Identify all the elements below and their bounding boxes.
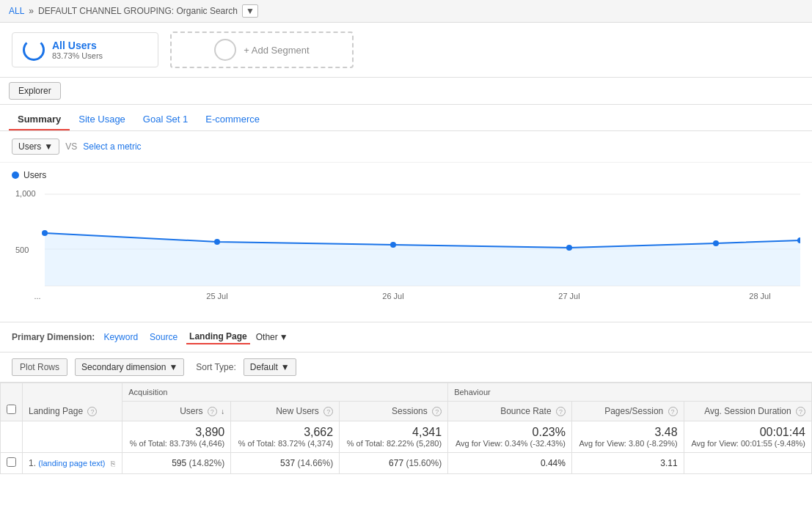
chart-container: 1,000 500 ... 25 Jul 26 Jul 27 Jul 28 Ju… [12, 183, 800, 300]
x-label-dots: ... [34, 292, 40, 300]
table-row: 1. (landing page text) ⎘ 595 (14.82%) 53… [1, 453, 812, 474]
total-checkbox-cell [1, 421, 23, 453]
new-users-help-icon[interactable]: ? [323, 407, 333, 416]
th-acquisition: Acquisition [122, 383, 448, 402]
metric-label: Users [18, 141, 41, 152]
th-sessions[interactable]: Sessions ? [340, 402, 448, 421]
dim-option-landing-page[interactable]: Landing Page [186, 330, 250, 344]
th-bounce-rate[interactable]: Bounce Rate ? [448, 402, 572, 421]
th-users[interactable]: Users ? ↓ [122, 402, 231, 421]
vs-label: VS [65, 141, 77, 152]
users-help-icon[interactable]: ? [208, 407, 217, 416]
data-table: Landing Page ? Acquisition Behaviour Use… [0, 383, 812, 474]
row-1-page: 1. (landing page text) ⎘ [23, 453, 122, 474]
tab-ecommerce[interactable]: E-commerce [197, 109, 268, 130]
row-1-bounce-rate: 0.44% [448, 453, 572, 474]
metric-dropdown-arrow: ▼ [44, 141, 53, 152]
dimension-label: Primary Dimension: [12, 332, 95, 342]
total-sessions: 4,341 % of Total: 82.22% (5,280) [340, 421, 448, 453]
y-label-500: 500 [15, 246, 29, 254]
select-all-checkbox[interactable] [7, 405, 16, 414]
plot-rows-button[interactable]: Plot Rows [12, 358, 67, 376]
avg-session-help-icon[interactable]: ? [796, 407, 805, 416]
row-1-page-link[interactable]: (landing page text) [38, 459, 105, 468]
sort-type-dropdown[interactable]: Default ▼ [244, 358, 296, 376]
th-landing-page: Landing Page ? [23, 383, 122, 421]
x-label-25jul: 25 Jul [206, 292, 227, 300]
x-label-26jul: 26 Jul [382, 292, 403, 300]
total-avg-session: 00:01:44 Avg for View: 00:01:55 (-9.48%) [684, 421, 811, 453]
top-bar: ALL » DEFAULT CHANNEL GROUPING: Organic … [0, 0, 812, 23]
other-dropdown-icon: ▼ [279, 332, 288, 342]
total-pages-session: 3.48 Avg for View: 3.80 (-8.29%) [571, 421, 684, 453]
table-controls: Plot Rows Secondary dimension ▼ Sort Typ… [0, 353, 812, 383]
segment-pct: 83.73% Users [52, 51, 103, 60]
row-1-checkbox-cell [1, 453, 23, 474]
legend-label: Users [23, 170, 46, 180]
secondary-dimension-dropdown[interactable]: Secondary dimension ▼ [75, 358, 184, 376]
add-segment-label: + Add Segment [244, 45, 309, 56]
tab-goal-set-1[interactable]: Goal Set 1 [134, 109, 197, 130]
segment-info: All Users 83.73% Users [52, 40, 103, 60]
dimension-nav: Primary Dimension: Keyword Source Landin… [0, 322, 812, 353]
sort-default-label: Default [250, 362, 278, 372]
chart-legend: Users [12, 170, 800, 180]
channel-grouping-dropdown[interactable]: ▼ [242, 4, 258, 18]
breadcrumb-separator: » [29, 6, 34, 16]
landing-page-help-icon[interactable]: ? [87, 407, 97, 416]
select-metric-link[interactable]: Select a metric [83, 141, 141, 152]
sort-type-label: Sort Type: [196, 362, 235, 372]
row-1-checkbox[interactable] [7, 457, 16, 467]
segment-all-users[interactable]: All Users 83.73% Users [12, 32, 158, 67]
dim-option-keyword[interactable]: Keyword [100, 331, 141, 344]
data-point-1 [214, 239, 220, 245]
secondary-dim-label: Secondary dimension [81, 362, 166, 372]
bounce-rate-help-icon[interactable]: ? [556, 407, 566, 416]
chart-area: Users 1,000 500 ... 25 Jul 26 Jul [0, 163, 812, 322]
explorer-tab[interactable]: Explorer [9, 82, 61, 100]
tab-site-usage[interactable]: Site Usage [70, 109, 134, 130]
row-1-copy-icon[interactable]: ⎘ [111, 460, 115, 468]
metric-dropdown[interactable]: Users ▼ [12, 139, 59, 155]
row-1-new-users: 537 (14.66%) [231, 453, 340, 474]
th-avg-session[interactable]: Avg. Session Duration ? [684, 402, 811, 421]
chart-svg: 1,000 500 ... 25 Jul 26 Jul 27 Jul 28 Ju… [12, 183, 800, 300]
row-1-sessions: 677 (15.60%) [340, 453, 448, 474]
th-new-users[interactable]: New Users ? [231, 402, 340, 421]
explorer-tab-row: Explorer [0, 78, 812, 105]
pages-session-help-icon[interactable]: ? [668, 407, 678, 416]
x-label-28jul: 28 Jul [749, 292, 770, 300]
channel-grouping-label: DEFAULT CHANNEL GROUPING: Organic Search [38, 6, 238, 16]
total-users: 3,890 % of Total: 83.73% (4,646) [122, 421, 231, 453]
metric-selector: Users ▼ VS Select a metric [0, 131, 812, 163]
data-point-2 [390, 242, 396, 248]
dim-option-source[interactable]: Source [147, 331, 180, 344]
sub-tabs: Summary Site Usage Goal Set 1 E-commerce [0, 105, 812, 131]
th-pages-session[interactable]: Pages/Session ? [571, 402, 684, 421]
x-label-27jul: 27 Jul [558, 292, 579, 300]
data-point-3 [566, 245, 572, 251]
segment-name: All Users [52, 40, 103, 51]
segment-icon [23, 39, 45, 61]
total-bounce-rate: 0.23% Avg for View: 0.34% (-32.43%) [448, 421, 572, 453]
tab-summary[interactable]: Summary [9, 109, 70, 130]
total-row: 3,890 % of Total: 83.73% (4,646) 3,662 %… [1, 421, 812, 453]
y-label-1000: 1,000 [15, 189, 36, 198]
all-link[interactable]: ALL [9, 6, 24, 16]
th-checkbox [1, 383, 23, 421]
dim-option-other[interactable]: Other ▼ [256, 332, 288, 342]
sessions-help-icon[interactable]: ? [432, 407, 442, 416]
add-segment-icon [214, 39, 236, 61]
scroll-widget: ▼ [12, 302, 800, 314]
data-point-4 [713, 240, 719, 246]
users-sort-arrow: ↓ [221, 407, 224, 416]
total-new-users: 3,662 % of Total: 83.72% (4,374) [231, 421, 340, 453]
add-segment-button[interactable]: + Add Segment [170, 32, 354, 68]
row-1-users: 595 (14.82%) [122, 453, 231, 474]
sort-type-arrow: ▼ [281, 362, 290, 372]
secondary-dim-arrow: ▼ [169, 362, 178, 372]
row-1-avg-session [684, 453, 811, 474]
th-behaviour: Behaviour [448, 383, 812, 402]
data-point-0 [42, 230, 48, 236]
total-label-cell [23, 421, 122, 453]
